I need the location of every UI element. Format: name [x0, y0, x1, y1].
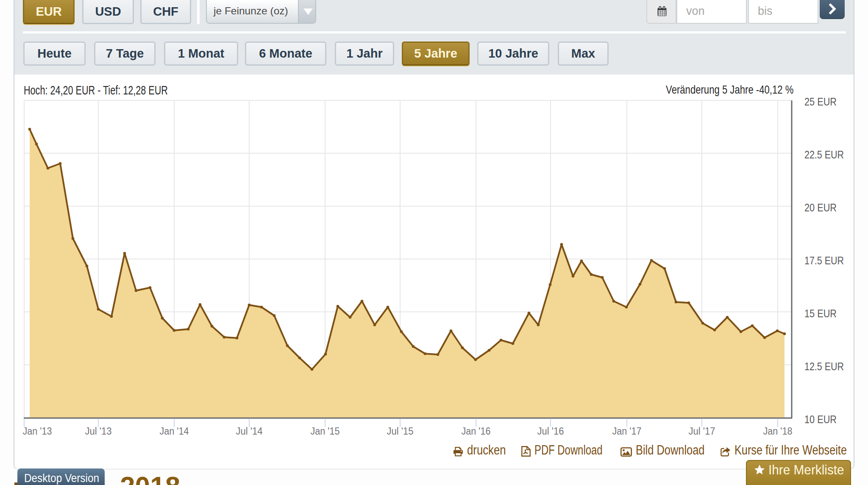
svg-text:Jan '15: Jan '15	[311, 426, 340, 437]
svg-text:Jul '13: Jul '13	[85, 426, 112, 437]
svg-text:Jan '16: Jan '16	[462, 426, 491, 437]
svg-text:12.5 EUR: 12.5 EUR	[804, 360, 844, 373]
svg-text:22.5 EUR: 22.5 EUR	[804, 148, 844, 161]
svg-text:10 EUR: 10 EUR	[804, 413, 837, 426]
svg-text:Jan '13: Jan '13	[23, 426, 52, 437]
svg-text:Jul '16: Jul '16	[537, 426, 564, 437]
svg-text:Jul '15: Jul '15	[387, 426, 414, 437]
svg-text:Jan '17: Jan '17	[612, 426, 642, 437]
svg-text:Jul '14: Jul '14	[236, 426, 263, 437]
svg-text:Jan '18: Jan '18	[763, 426, 793, 437]
svg-text:Jul '17: Jul '17	[689, 426, 715, 437]
svg-text:17.5 EUR: 17.5 EUR	[804, 254, 844, 267]
svg-text:Jan '14: Jan '14	[160, 426, 189, 437]
svg-text:20 EUR: 20 EUR	[804, 201, 837, 214]
svg-text:25 EUR: 25 EUR	[804, 95, 837, 108]
svg-text:15 EUR: 15 EUR	[804, 307, 837, 320]
